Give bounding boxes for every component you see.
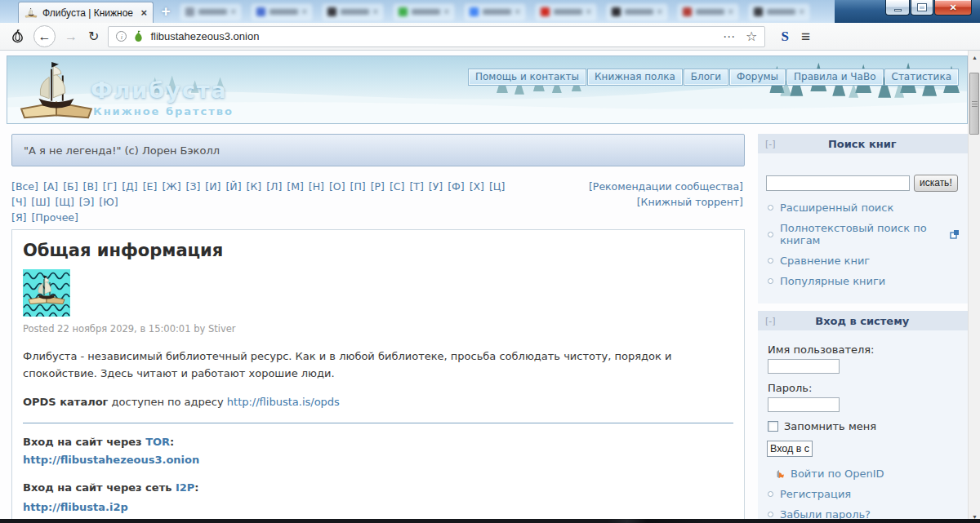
minimize-button[interactable] — [885, 0, 910, 16]
header-nav-button[interactable]: Блоги — [684, 69, 728, 85]
alphabet-link[interactable]: [В] — [83, 180, 98, 193]
url-bar[interactable]: i flibustahezeous3.onion ⋯ ☆ — [108, 26, 765, 47]
login-submit-button[interactable]: Вход в с — [767, 441, 813, 457]
alphabet-link[interactable]: [С] — [390, 180, 404, 193]
alphabet-link[interactable]: [Все] — [11, 180, 38, 193]
alphabet-link[interactable]: [Б] — [63, 180, 78, 193]
extension-s-button[interactable]: S — [773, 29, 793, 45]
alphabet-link[interactable]: [Е] — [143, 180, 158, 193]
compare-books-link[interactable]: Сравнение книг — [780, 255, 870, 267]
alphabet-link[interactable]: [Ш] — [31, 196, 50, 208]
maximize-button[interactable] — [911, 0, 933, 16]
forward-button[interactable]: → — [63, 29, 79, 44]
new-tab-button[interactable]: + — [156, 3, 176, 21]
flibusta-logo-ship-icon[interactable] — [12, 58, 100, 123]
i2p-link[interactable]: I2P — [176, 481, 194, 494]
alphabet-extra-link[interactable]: [Книжный торрент] — [637, 196, 743, 208]
alphabet-link[interactable]: [Р] — [371, 180, 385, 193]
background-tab[interactable]: × — [252, 4, 312, 20]
scroll-up-arrow-icon[interactable]: ▲ — [969, 51, 980, 64]
alphabet-link[interactable]: [Й] — [225, 180, 241, 193]
background-tab[interactable]: × — [323, 4, 383, 20]
tab-close-icon[interactable]: × — [444, 7, 449, 16]
reload-button[interactable]: ↻ — [87, 29, 100, 44]
fulltext-search-link[interactable]: Полнотекстовый поиск по книгам — [780, 222, 942, 246]
active-tab[interactable]: Флибуста | Книжное братство × — [18, 2, 154, 23]
alphabet-extra-link[interactable]: [Рекомендации сообщества] — [589, 180, 743, 193]
hamburger-menu-icon[interactable]: ≡ — [801, 28, 813, 46]
bookmark-star-icon[interactable]: ☆ — [746, 29, 757, 44]
tor-onion-button[interactable] — [8, 28, 26, 46]
alphabet-link[interactable]: [Прочее] — [31, 211, 78, 224]
alphabet-link[interactable]: [И] — [205, 180, 220, 193]
i2p-url-link[interactable]: http://flibusta.i2p — [23, 501, 128, 513]
alphabet-link[interactable]: [Э] — [79, 196, 94, 208]
tab-close-icon[interactable]: × — [657, 7, 662, 16]
tab-close-icon[interactable]: × — [140, 7, 147, 18]
alphabet-link[interactable]: [У] — [429, 180, 443, 193]
alphabet-link[interactable]: [З] — [186, 180, 201, 193]
tab-close-icon[interactable]: × — [586, 7, 591, 16]
tab-close-icon[interactable]: × — [515, 7, 520, 16]
background-tab[interactable]: × — [607, 4, 667, 20]
alphabet-link[interactable]: [М] — [287, 180, 304, 193]
search-button[interactable]: искать! — [914, 175, 958, 192]
alphabet-link[interactable]: [П] — [350, 180, 366, 193]
header-nav-button[interactable]: Форумы — [730, 69, 785, 85]
popular-books-link[interactable]: Популярные книги — [780, 275, 885, 287]
username-field[interactable] — [768, 359, 840, 374]
background-tab[interactable]: × — [394, 4, 454, 20]
header-nav-button[interactable]: Правила и ЧаВо — [787, 69, 882, 85]
openid-login-link[interactable]: Войти по OpenID — [791, 468, 884, 480]
alphabet-link[interactable]: [Д] — [122, 180, 138, 193]
tab-close-icon[interactable]: × — [302, 7, 307, 16]
page-actions-icon[interactable]: ⋯ — [723, 29, 736, 44]
password-field[interactable] — [768, 397, 840, 412]
remember-me-checkbox[interactable] — [768, 421, 778, 432]
alphabet-link[interactable]: [Ц] — [489, 180, 505, 193]
alphabet-link[interactable]: [Г] — [103, 180, 117, 193]
advanced-search-link[interactable]: Расширенный поиск — [780, 202, 893, 214]
site-info-icon[interactable]: i — [116, 31, 127, 42]
alphabet-link[interactable]: [Ч] — [11, 196, 26, 208]
alphabet-link[interactable]: [Ф] — [448, 180, 465, 193]
background-tab[interactable]: × — [678, 4, 738, 20]
scrollbar-thumb[interactable] — [969, 73, 979, 135]
alphabet-link[interactable]: [Щ] — [55, 196, 74, 208]
background-tab[interactable]: × — [465, 4, 525, 20]
register-link[interactable]: Регистрация — [780, 488, 851, 500]
background-tab[interactable]: × — [749, 4, 809, 20]
header-nav-button[interactable]: Статистика — [885, 69, 959, 85]
list-item: Регистрация — [768, 488, 960, 500]
opds-link[interactable]: http://flibusta.is/opds — [227, 396, 340, 408]
collapse-toggle[interactable]: [-] — [765, 316, 776, 326]
tor-onion-url-link[interactable]: http://flibustahezeous3.onion — [23, 454, 199, 466]
header-nav-button[interactable]: Помощь и контакты — [469, 69, 586, 85]
book-search-input[interactable] — [766, 175, 910, 191]
collapse-toggle[interactable]: [-] — [765, 139, 776, 149]
tab-close-icon[interactable]: × — [728, 7, 733, 16]
article-ship-image[interactable] — [23, 269, 70, 317]
alphabet-link[interactable]: [А] — [43, 180, 58, 193]
alphabet-link[interactable]: [К] — [247, 180, 262, 193]
alphabet-link[interactable]: [Ж] — [162, 180, 180, 193]
url-text[interactable]: flibustahezeous3.onion — [150, 30, 716, 42]
alphabet-link[interactable]: [Л] — [266, 180, 282, 193]
tab-close-icon[interactable]: × — [231, 7, 236, 16]
close-window-button[interactable]: ✕ — [934, 0, 972, 16]
alphabet-link[interactable]: [Х] — [470, 180, 484, 193]
page-scrollbar[interactable]: ▲ ▼ — [968, 51, 980, 523]
alphabet-link[interactable]: [Я] — [11, 211, 26, 224]
alphabet-link[interactable]: [Н] — [309, 180, 324, 193]
onion-site-icon — [133, 30, 144, 42]
alphabet-link[interactable]: [О] — [329, 180, 345, 193]
header-nav-button[interactable]: Книжная полка — [588, 69, 682, 85]
tab-close-icon[interactable]: × — [800, 7, 804, 16]
tab-close-icon[interactable]: × — [373, 7, 378, 16]
alphabet-link[interactable]: [Т] — [409, 180, 423, 193]
alphabet-link[interactable]: [Ю] — [99, 196, 118, 208]
background-tab[interactable]: × — [536, 4, 596, 20]
back-button[interactable]: ← — [33, 25, 56, 47]
background-tab[interactable]: × — [180, 4, 241, 20]
tor-link[interactable]: TOR — [145, 436, 170, 448]
